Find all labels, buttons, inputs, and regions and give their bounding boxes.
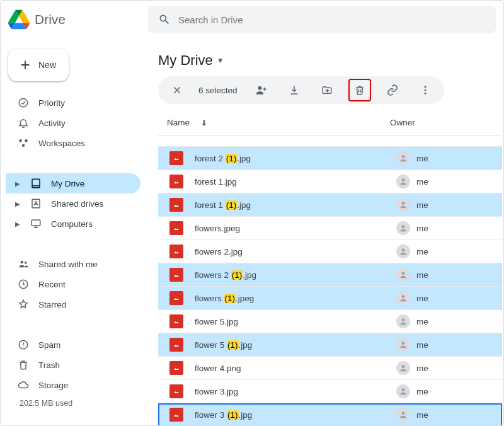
owner-name: me [416, 224, 428, 233]
file-row[interactable]: flowers (1).jpeg me [158, 287, 502, 310]
svg-point-2 [25, 139, 28, 142]
new-button[interactable]: New [8, 49, 69, 81]
file-row[interactable]: forest 1 (1).jpg me [158, 193, 502, 217]
svg-point-18 [402, 225, 405, 228]
owner-avatar [396, 338, 410, 352]
column-owner[interactable]: Owner [390, 118, 415, 127]
sidebar-item-storage[interactable]: Storage [6, 375, 140, 395]
owner-name: me [416, 200, 428, 210]
drive-logo-icon [8, 9, 30, 30]
image-file-icon [169, 384, 183, 398]
workspaces-icon [17, 137, 30, 149]
file-row[interactable]: forest 2 (1).jpg me [158, 147, 502, 170]
svg-point-14 [424, 93, 426, 95]
image-file-icon [169, 291, 183, 305]
search-input[interactable] [178, 14, 486, 25]
file-row[interactable]: flower 3 (1).jpg me [158, 403, 502, 425]
main-content: My Drive ▼ 6 selected Name Owner [140, 38, 503, 425]
image-file-icon [169, 245, 183, 258]
sidebar-item-shared-drives[interactable]: ▶Shared drives [6, 193, 140, 214]
sidebar-item-recent[interactable]: Recent [6, 274, 140, 294]
file-name: flower 5.jpg [195, 317, 396, 326]
svg-point-23 [402, 342, 405, 345]
share-button[interactable] [250, 79, 273, 101]
svg-point-17 [402, 202, 405, 205]
svg-point-19 [402, 248, 405, 251]
file-name: flowers.jpeg [195, 224, 396, 233]
svg-point-24 [402, 365, 405, 368]
owner-name: me [416, 247, 428, 256]
svg-point-20 [402, 272, 405, 275]
sidebar-item-priority[interactable]: Priority [6, 93, 140, 113]
file-row[interactable]: flowers 2.jpg me [158, 240, 502, 263]
trash-icon [17, 359, 30, 371]
sidebar-item-workspaces[interactable]: Workspaces [6, 133, 140, 153]
svg-point-5 [35, 202, 37, 204]
file-row[interactable]: flower 4.png me [158, 357, 502, 380]
file-row[interactable]: forest 1.jpg me [158, 170, 502, 193]
svg-point-25 [402, 388, 405, 391]
svg-point-22 [402, 318, 405, 321]
sidebar-item-my-drive[interactable]: ▶My Drive [6, 173, 140, 193]
sort-arrow-down-icon[interactable] [200, 118, 209, 127]
clear-selection-button[interactable] [166, 79, 188, 101]
search-icon [158, 13, 171, 26]
sidebar-item-computers[interactable]: ▶Computers [6, 214, 140, 234]
drive-icon [30, 178, 42, 189]
sidebar-item-starred[interactable]: Starred [6, 294, 140, 314]
file-name: flower 3.jpg [195, 387, 396, 396]
column-name[interactable]: Name [167, 118, 190, 127]
duplicate-marker: (1) [227, 340, 239, 350]
file-name: flowers (1).jpeg [195, 294, 396, 303]
image-file-icon [169, 221, 183, 235]
chevron-right-icon: ▶ [14, 180, 21, 187]
image-file-icon [169, 408, 183, 422]
owner-name: me [416, 410, 428, 420]
duplicate-marker: (1) [226, 200, 238, 210]
image-file-icon [169, 314, 183, 328]
file-row[interactable]: flower 3.jpg me [158, 380, 502, 403]
file-name: flower 4.png [195, 364, 396, 373]
logo-area[interactable]: Drive [8, 9, 140, 30]
owner-name: me [416, 340, 428, 350]
chevron-right-icon: ▶ [14, 221, 21, 227]
selection-count: 6 selected [198, 86, 238, 95]
delete-button[interactable] [348, 79, 371, 101]
caret-down-icon: ▼ [217, 56, 224, 65]
duplicate-marker: (1) [227, 410, 239, 420]
owner-name: me [416, 177, 428, 187]
file-row[interactable]: flowers.jpeg me [158, 217, 502, 240]
sidebar: New Priority Activity Workspaces ▶My Dri… [1, 38, 140, 425]
get-link-button[interactable] [381, 79, 404, 101]
breadcrumb[interactable]: My Drive ▼ [158, 52, 502, 69]
sidebar-item-shared-with-me[interactable]: Shared with me [6, 254, 140, 274]
owner-name: me [416, 364, 428, 373]
duplicate-marker: (1) [231, 270, 243, 280]
file-list: forest 2 (1).jpg me forest 1.jpg me fore… [158, 135, 502, 425]
image-file-icon [169, 268, 183, 282]
file-name: flowers 2 (1).jpg [195, 270, 396, 280]
computer-icon [30, 218, 42, 229]
file-name: flowers 2.jpg [195, 247, 396, 256]
svg-point-1 [19, 139, 22, 142]
duplicate-marker: (1) [224, 294, 236, 303]
duplicate-marker: (1) [226, 154, 238, 163]
owner-name: me [416, 387, 428, 396]
svg-point-11 [258, 86, 261, 90]
download-button[interactable] [283, 79, 306, 101]
more-actions-button[interactable] [414, 79, 437, 101]
image-file-icon [169, 175, 183, 188]
svg-point-12 [424, 86, 426, 88]
file-row[interactable]: flower 5 (1).jpg me [158, 333, 502, 357]
owner-avatar [396, 361, 410, 375]
move-button[interactable] [316, 79, 338, 101]
file-row[interactable]: flowers 2 (1).jpg me [158, 263, 502, 287]
owner-avatar [396, 384, 410, 398]
owner-avatar [396, 221, 410, 235]
sidebar-item-activity[interactable]: Activity [6, 113, 140, 133]
sidebar-item-trash[interactable]: Trash [6, 355, 140, 375]
image-file-icon [169, 198, 183, 212]
search-bar[interactable] [148, 6, 496, 33]
file-row[interactable]: flower 5.jpg me [158, 310, 502, 333]
sidebar-item-spam[interactable]: Spam [6, 335, 140, 355]
